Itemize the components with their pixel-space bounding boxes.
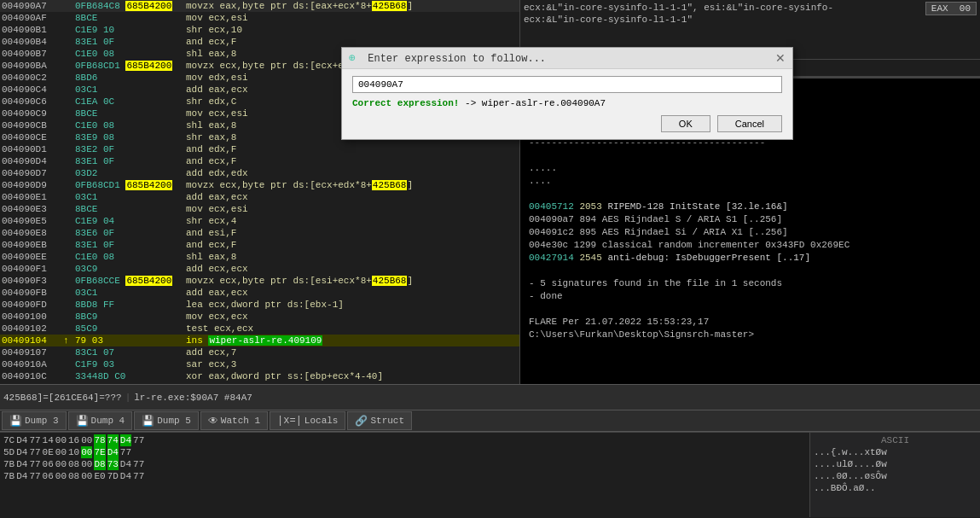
eax-value: 00 [960, 3, 971, 14]
disasm-instr[interactable]: add eax,ecx [184, 191, 519, 203]
disasm-instr[interactable]: sar ecx,3 [184, 358, 519, 370]
ascii-content: ...{.w...xtØw....ulØ....Øw....0Ø...øsÔw.… [814, 446, 977, 494]
disasm-bytes: C1EA 0C [73, 96, 184, 108]
terminal-line: - done [529, 290, 971, 303]
disasm-addr: 004090EB [0, 239, 61, 251]
terminal-line: 00427914 2545 anti-debug: IsDebuggerPres… [529, 252, 971, 265]
ascii-row: ...BÐÔ.aØ.. [814, 482, 977, 494]
disasm-arrow [61, 239, 73, 251]
dialog-ok-button[interactable]: OK [661, 115, 710, 132]
disasm-bytes: 83E6 0F [73, 227, 184, 239]
eax-label: EAX [931, 3, 948, 14]
disasm-bytes: 8BD8 FF [73, 299, 184, 311]
tab-label: Dump 4 [91, 416, 125, 426]
hex-area[interactable]: 7C D4 77 14 00 16 00 78 74 D4 77 5D D4 7… [0, 433, 809, 517]
status-text1: 425B68]=[261CE64]=??? [3, 393, 122, 403]
disasm-addr: 004090EE [0, 251, 61, 263]
disasm-bytes: 85C9 [73, 323, 184, 335]
tab-locals[interactable]: |x=|Locals [270, 411, 345, 430]
reg-line1: ecx:&L"in-core-sysinfo-l1-1-1", esi:&L"i… [524, 2, 977, 14]
disasm-addr: 004090CB [0, 119, 61, 131]
disasm-arrow [61, 203, 73, 215]
tab-icon: 💾 [76, 415, 89, 428]
disasm-bytes: 83E2 0F [73, 143, 184, 155]
disasm-bytes: 83C1 07 [73, 346, 184, 358]
disasm-arrow [61, 155, 73, 167]
disasm-addr: 00409102 [0, 323, 61, 335]
disasm-arrow [61, 311, 73, 323]
disasm-arrow [61, 36, 73, 48]
tab-icon: |x=| [277, 415, 302, 427]
disasm-arrow [61, 299, 73, 311]
disasm-arrow [61, 179, 73, 191]
disasm-instr[interactable]: and edx,F [184, 143, 519, 155]
disasm-instr[interactable]: test ecx,ecx [184, 323, 519, 335]
terminal-line: - 5 signatures found in the file in 1 se… [529, 277, 971, 290]
disasm-instr[interactable]: shr ecx,10 [184, 24, 519, 36]
hex-row: 5D D4 77 0E 00 10 00 7E D4 77 [3, 446, 806, 458]
reg-line2: ecx:&L"in-core-sysinfo-l1-1-1" [524, 14, 977, 26]
disasm-instr[interactable]: movzx ecx,byte ptr ds:[ecx+edx*8+425B68] [184, 179, 519, 191]
disasm-instr[interactable]: mov ecx,esi [184, 12, 519, 24]
tab-icon: 💾 [142, 415, 154, 428]
disasm-bytes: 0FB68CD1 685B4200 [73, 60, 184, 72]
disasm-instr[interactable]: add ecx,ecx [184, 263, 519, 275]
disasm-bytes: 83E1 0F [73, 155, 184, 167]
tab-dump-5[interactable]: 💾Dump 5 [134, 411, 199, 430]
disasm-addr: 004090E5 [0, 215, 61, 227]
tab-label: Dump 3 [25, 416, 59, 426]
disasm-bytes: 83E9 08 [73, 131, 184, 143]
disasm-bytes: C1E0 08 [73, 119, 184, 131]
dialog-close-button[interactable]: ✕ [775, 51, 786, 65]
tab-dump-4[interactable]: 💾Dump 4 [68, 411, 133, 430]
disasm-instr[interactable]: and ecx,F [184, 239, 519, 251]
disasm-instr[interactable]: shr ecx,4 [184, 215, 519, 227]
disasm-instr[interactable]: movzx ecx,byte ptr ds:[esi+ecx*8+425B68] [184, 275, 519, 287]
disasm-arrow [61, 167, 73, 179]
disasm-bytes: 0FB68CCE 685B4200 [73, 275, 184, 287]
dialog-cancel-button[interactable]: Cancel [717, 115, 782, 132]
terminal-line: C:\Users\Furkan\Desktop\Signsrch-master> [529, 329, 971, 341]
expression-dialog: ⊕ Enter expression to follow... ✕ Correc… [520, 47, 793, 140]
disasm-instr[interactable]: add ecx,7 [184, 346, 519, 358]
tab-watch-1[interactable]: 👁Watch 1 [200, 411, 268, 430]
disasm-bytes: 03C9 [73, 263, 184, 275]
disasm-instr[interactable]: mov ecx,ecx [184, 311, 519, 323]
ascii-row: ...{.w...xtØw [814, 446, 977, 458]
disasm-instr[interactable]: mov ecx,esi [184, 203, 519, 215]
disasm-addr: 004090C4 [0, 84, 61, 96]
disasm-arrow [61, 358, 73, 370]
hex-bytes: 7C D4 77 14 00 16 00 78 74 D4 77 [3, 434, 144, 446]
disasm-instr[interactable]: add edx,edx [184, 167, 519, 179]
disasm-addr: 004090E1 [0, 191, 61, 203]
disasm-instr[interactable]: and esi,F [184, 227, 519, 239]
disasm-instr[interactable]: shl eax,8 [184, 251, 519, 263]
disasm-instr[interactable]: add eax,ecx [184, 287, 519, 299]
tab-label: Dump 5 [157, 416, 191, 426]
disasm-addr: 004090B4 [0, 36, 61, 48]
disasm-instr[interactable]: and ecx,F [184, 155, 519, 167]
tab-label: Watch 1 [221, 416, 260, 426]
disasm-instr[interactable]: xor eax,dword ptr ss:[ebp+ecx*4-40] [184, 370, 519, 382]
terminal-line: 004090a7 894 AES Rijndael S / ARIA S1 [.… [529, 213, 971, 226]
disasm-bytes: C1E9 04 [73, 215, 184, 227]
tab-struct[interactable]: 🔗Struct [347, 411, 412, 430]
tab-label: Locals [304, 416, 339, 426]
tab-icon: 🔗 [355, 415, 368, 428]
disasm-addr: 004090C2 [0, 72, 61, 84]
disasm-arrow [61, 323, 73, 335]
bottom-section: 7C D4 77 14 00 16 00 78 74 D4 77 5D D4 7… [0, 432, 980, 517]
disasm-bytes: 83E1 0F [73, 239, 184, 251]
disasm-arrow [61, 24, 73, 36]
disasm-instr[interactable]: and ecx,F [184, 36, 519, 48]
disasm-bytes: 33448D C0 [73, 370, 184, 382]
disasm-instr[interactable]: ins wiper-aslr-re.409109 [184, 335, 519, 346]
disasm-arrow [61, 215, 73, 227]
tab-dump-3[interactable]: 💾Dump 3 [2, 411, 67, 430]
disasm-arrow [61, 48, 73, 60]
disasm-instr[interactable]: lea ecx,dword ptr ds:[ebx-1] [184, 299, 519, 311]
disasm-arrow [61, 12, 73, 24]
expression-input[interactable] [520, 76, 782, 93]
disasm-addr: 004090AF [0, 12, 61, 24]
disasm-instr[interactable]: movzx eax,byte ptr ds:[eax+ecx*8+425B68] [184, 0, 519, 12]
